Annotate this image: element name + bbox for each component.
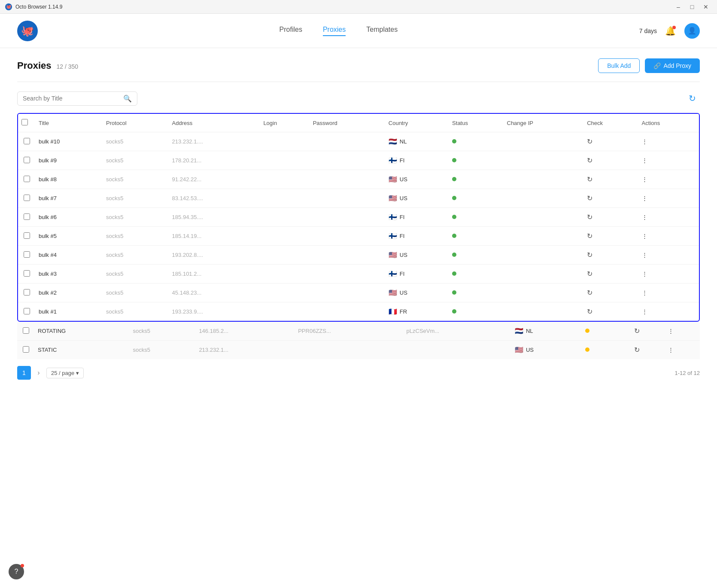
col-status: Status — [449, 114, 503, 132]
app-logo-small: 🐙 — [5, 3, 12, 10]
row-login — [260, 265, 309, 283]
row-country: 🇳🇱NL — [385, 132, 449, 151]
row-checkbox[interactable] — [24, 270, 30, 277]
row-actions[interactable]: ⋮ — [638, 170, 699, 189]
row-password — [310, 246, 385, 265]
row-actions[interactable]: ⋮ — [638, 246, 699, 265]
col-title: Title — [35, 114, 103, 132]
row-address: 193.233.9.... — [169, 302, 260, 321]
row-checkbox[interactable] — [23, 327, 29, 334]
header-right: 7 days 🔔 👤 — [639, 23, 700, 39]
row-check[interactable]: ↻ — [583, 227, 638, 246]
close-button[interactable]: ✕ — [700, 3, 712, 11]
row-checkbox[interactable] — [23, 346, 29, 353]
refresh-button[interactable]: ↻ — [684, 91, 700, 106]
row-check[interactable]: ↻ — [583, 170, 638, 189]
row-address: 178.20.21... — [169, 151, 260, 170]
row-check[interactable]: ↻ — [583, 246, 638, 265]
row-check[interactable]: ↻ — [583, 302, 638, 321]
page-1-button[interactable]: 1 — [17, 366, 31, 380]
row-status — [449, 302, 503, 321]
row-change-ip — [504, 151, 584, 170]
toolbar: 🔍 ↻ — [17, 91, 700, 106]
row-checkbox[interactable] — [24, 195, 30, 201]
row-checkbox[interactable] — [24, 308, 30, 314]
proxy-table: Title Protocol Address Login Password Co… — [18, 114, 699, 321]
row-change-ip — [612, 341, 631, 360]
row-checkbox[interactable] — [24, 213, 30, 220]
page-header: Proxies 12 / 350 Bulk Add 🔗 Add Proxy — [17, 58, 700, 73]
row-password — [310, 132, 385, 151]
page-next-button[interactable]: › — [33, 367, 45, 379]
row-checkbox[interactable] — [24, 251, 30, 258]
row-check[interactable]: ↻ — [583, 265, 638, 283]
pagination-left: 1 › 25 / page ▾ — [17, 366, 84, 380]
row-status — [449, 189, 503, 208]
row-actions[interactable]: ⋮ — [638, 151, 699, 170]
page-actions: Bulk Add 🔗 Add Proxy — [598, 58, 700, 73]
maximize-button[interactable]: □ — [686, 3, 698, 11]
row-check[interactable]: ↻ — [631, 322, 665, 341]
row-check[interactable]: ↻ — [583, 151, 638, 170]
row-address: 45.148.23... — [169, 283, 260, 302]
titlebar-left: 🐙 Octo Browser 1.14.9 — [5, 3, 62, 10]
row-actions[interactable]: ⋮ — [665, 322, 700, 341]
row-actions[interactable]: ⋮ — [638, 283, 699, 302]
row-country: 🇫🇮FI — [385, 208, 449, 227]
nav-profiles[interactable]: Profiles — [280, 26, 302, 36]
row-actions[interactable]: ⋮ — [638, 227, 699, 246]
row-check[interactable]: ↻ — [583, 208, 638, 227]
row-password — [403, 341, 511, 360]
row-check[interactable]: ↻ — [583, 283, 638, 302]
row-protocol: socks5 — [103, 208, 169, 227]
row-login — [260, 302, 309, 321]
row-actions[interactable]: ⋮ — [638, 208, 699, 227]
row-country: 🇫🇷FR — [385, 302, 449, 321]
row-title: ROTATING — [34, 322, 129, 341]
row-checkbox[interactable] — [24, 176, 30, 182]
row-checkbox[interactable] — [24, 289, 30, 296]
row-change-ip — [504, 132, 584, 151]
notification-button[interactable]: 🔔 — [664, 24, 678, 38]
row-actions[interactable]: ⋮ — [638, 132, 699, 151]
row-country: 🇺🇸US — [385, 189, 449, 208]
row-address: 146.185.2... — [195, 322, 295, 341]
add-proxy-button[interactable]: 🔗 Add Proxy — [645, 58, 700, 73]
page-title: Proxies — [17, 60, 52, 71]
window-controls: – □ ✕ — [672, 3, 712, 11]
per-page-select[interactable]: 25 / page ▾ — [46, 368, 84, 378]
notification-dot — [672, 26, 676, 29]
user-avatar-button[interactable]: 👤 — [684, 23, 700, 39]
row-status — [449, 265, 503, 283]
row-checkbox[interactable] — [24, 157, 30, 163]
extra-table-row: ROTATING socks5 146.185.2... PPR06ZZS...… — [17, 322, 700, 341]
nav-templates[interactable]: Templates — [366, 26, 398, 36]
header: 🐙 Profiles Proxies Templates 7 days 🔔 👤 — [0, 14, 717, 48]
row-password: pLzCSeVm... — [403, 322, 511, 341]
row-actions[interactable]: ⋮ — [638, 265, 699, 283]
row-actions[interactable]: ⋮ — [638, 189, 699, 208]
minimize-button[interactable]: – — [672, 3, 684, 11]
row-check[interactable]: ↻ — [631, 341, 665, 360]
row-actions[interactable]: ⋮ — [638, 302, 699, 321]
row-status — [449, 151, 503, 170]
row-check[interactable]: ↻ — [583, 189, 638, 208]
row-check[interactable]: ↻ — [583, 132, 638, 151]
select-all-checkbox[interactable] — [21, 119, 28, 125]
bulk-add-button[interactable]: Bulk Add — [598, 58, 640, 73]
row-actions[interactable]: ⋮ — [665, 341, 700, 360]
search-input[interactable] — [23, 95, 120, 102]
row-status — [582, 322, 612, 341]
row-title: bulk #5 — [35, 227, 103, 246]
row-address: 91.242.22... — [169, 170, 260, 189]
row-address: 185.14.19... — [169, 227, 260, 246]
main-nav: Profiles Proxies Templates — [280, 26, 398, 36]
table-row: bulk #2 socks5 45.148.23... 🇺🇸US ↻ ⋮ — [18, 283, 699, 302]
search-box[interactable]: 🔍 — [17, 91, 137, 106]
row-checkbox[interactable] — [24, 138, 30, 144]
row-address: 83.142.53.... — [169, 189, 260, 208]
row-login — [260, 283, 309, 302]
row-status — [449, 246, 503, 265]
nav-proxies[interactable]: Proxies — [323, 26, 346, 36]
row-checkbox[interactable] — [24, 232, 30, 239]
